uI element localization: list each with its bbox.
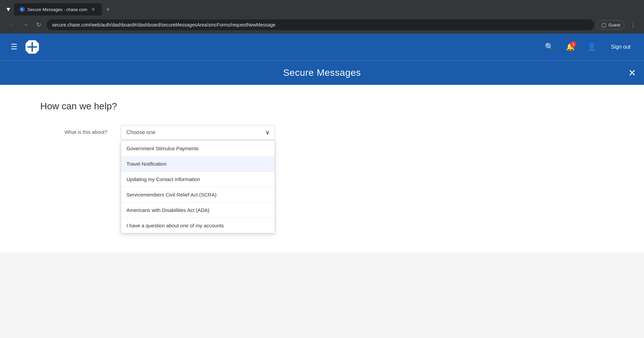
new-tab-button[interactable]: + [102, 4, 114, 15]
dropdown-select[interactable]: Choose one ∨ [121, 125, 275, 140]
user-account-button[interactable]: ◯ Guest [597, 20, 625, 30]
browser-tab-bar: ▼ C Secure Messages - chase.com ✕ + [0, 0, 644, 16]
dropdown-option-travel-notification[interactable]: Travel Notification [121, 156, 275, 172]
form-label: What is this about? [40, 125, 107, 135]
dropdown-option-scra[interactable]: Servicemembers Civil Relief Act (SCRA) [121, 187, 275, 203]
dropdown-wrapper: Choose one ∨ Government Stimulus Payment… [121, 125, 275, 140]
dropdown-placeholder: Choose one [126, 129, 155, 135]
close-button[interactable]: ✕ [628, 67, 636, 78]
help-heading: How can we help? [40, 101, 604, 112]
dropdown-option-government-stimulus[interactable]: Government Stimulus Payments [121, 141, 275, 156]
account-button[interactable]: 👤 [584, 40, 599, 54]
hamburger-icon: ☰ [11, 43, 17, 51]
tab-favicon-letter: C [21, 8, 23, 11]
dropdown-option-updating-contact[interactable]: Updating my Contact Information [121, 172, 275, 187]
browser-chrome: ▼ C Secure Messages - chase.com ✕ + ← → … [0, 0, 644, 34]
forward-button[interactable]: → [19, 19, 31, 31]
dropdown-option-ada[interactable]: Americans with Disabilities Act (ADA) [121, 203, 275, 218]
tab-title: Secure Messages - chase.com [28, 7, 87, 12]
form-row: What is this about? Choose one ∨ Governm… [40, 125, 604, 140]
notification-badge: 1 [570, 41, 576, 47]
tab-switcher[interactable]: ▼ [3, 5, 14, 14]
chase-header: ☰ 🔍 🔔 1 👤 Sign out [0, 34, 644, 60]
dropdown-menu: Government Stimulus Payments Travel Noti… [121, 140, 275, 233]
dropdown-option-account-question[interactable]: I have a question about one of my accoun… [121, 218, 275, 233]
search-icon: 🔍 [545, 43, 554, 51]
browser-tab-active[interactable]: C Secure Messages - chase.com ✕ [14, 3, 102, 15]
chase-app: ☰ 🔍 🔔 1 👤 Sign out Secure Messages ✕ Ho [0, 34, 644, 338]
user-label: Guest [608, 22, 620, 27]
tab-favicon: C [19, 7, 25, 12]
sign-out-button[interactable]: Sign out [605, 41, 636, 53]
chevron-down-icon: ∨ [265, 129, 270, 136]
tab-close-button[interactable]: ✕ [90, 6, 97, 13]
hamburger-menu-button[interactable]: ☰ [8, 40, 20, 54]
main-content: How can we help? What is this about? Cho… [0, 85, 644, 252]
browser-nav-bar: ← → ↻ ◯ Guest ⋮ [0, 16, 644, 34]
secure-messages-heading: Secure Messages [283, 67, 361, 78]
address-bar[interactable] [47, 19, 594, 30]
browser-menu-button[interactable]: ⋮ [627, 19, 639, 31]
header-right: 🔍 🔔 1 👤 Sign out [542, 40, 636, 54]
user-icon: ◯ [601, 22, 606, 27]
reload-button[interactable]: ↻ [34, 19, 44, 31]
secure-messages-bar: Secure Messages ✕ [0, 60, 644, 85]
back-button[interactable]: ← [5, 19, 17, 31]
search-button[interactable]: 🔍 [542, 40, 556, 54]
account-icon: 👤 [587, 43, 596, 51]
notification-button[interactable]: 🔔 1 [563, 40, 578, 54]
chase-logo [24, 39, 40, 55]
